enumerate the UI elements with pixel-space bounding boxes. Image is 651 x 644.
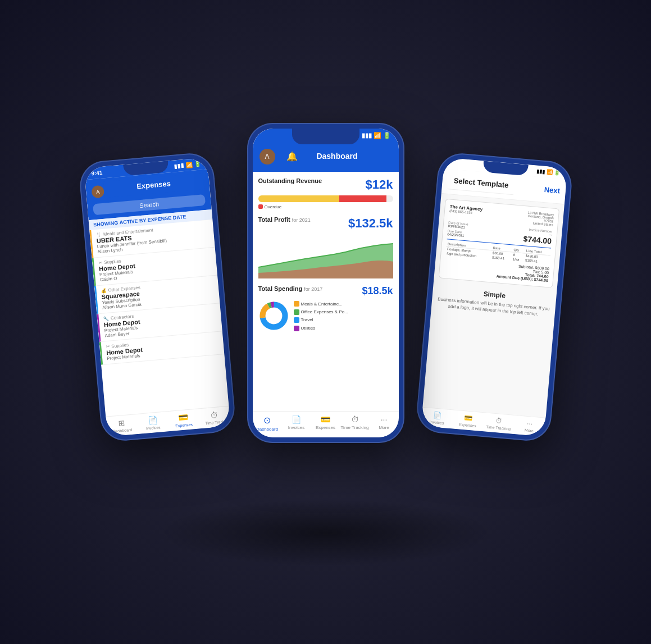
right-nav-more[interactable]: ··· More (513, 418, 545, 433)
left-status-icons: ▮▮▮ 📶 🔋 (174, 161, 201, 169)
legend-office: Office Expenses & Po... (294, 308, 348, 316)
center-nav-more[interactable]: ··· More (370, 415, 399, 432)
left-time: 9:41 (90, 169, 102, 176)
spending-breakdown: Meals & Entertaine... Office Expenses & … (258, 300, 393, 333)
phone-left-content: 9:41 ▮▮▮ 📶 🔋 A Expenses Search (84, 157, 230, 436)
overdue-label: Overdue (258, 204, 393, 209)
shadow (157, 499, 494, 567)
spending-legend: Meals & Entertaine... Office Expenses & … (294, 300, 348, 333)
left-nav-invoices[interactable]: 📄 Invoices (136, 414, 169, 431)
total-spending-amount: $18.5k (362, 285, 393, 297)
phone-left: 9:41 ▮▮▮ 📶 🔋 A Expenses Search (78, 151, 236, 442)
profit-chart (258, 234, 393, 278)
bell-icon[interactable]: 🔔 (286, 151, 298, 162)
left-avatar: A (91, 185, 104, 198)
center-avatar: A (260, 149, 275, 165)
left-nav-timetrack[interactable]: ⏱ Time Track (198, 409, 230, 426)
donut-chart (258, 300, 289, 331)
outstanding-revenue-section: $12k Outstanding Revenue Overdue (258, 177, 393, 209)
total-profit-section: $132.5k Total Profit for 2021 (258, 216, 393, 278)
right-nav-invoices[interactable]: 📄 Invoices (421, 410, 453, 426)
overdue-dot (258, 204, 263, 209)
agency-address: 13 NW BroadwayPortland, Oregon97202Unite… (526, 211, 554, 226)
center-nav-timetracking[interactable]: ⏱ Time Tracking (340, 415, 370, 432)
legend-meals: Meals & Entertaine... (294, 300, 348, 308)
phone-center: ▮▮▮ 📶 🔋 A 🔔 Dashboard $12k (247, 123, 404, 443)
right-status-icons: ▮▮▮ 📶 🔋 (536, 168, 561, 176)
center-header: A 🔔 Dashboard (253, 143, 399, 172)
invoice-preview: The Art Agency (843) 555-1234 13 NW Broa… (438, 198, 559, 287)
scene: 9:41 ▮▮▮ 📶 🔋 A Expenses Search (73, 112, 579, 533)
progress-yellow (258, 195, 339, 202)
total-spending-section: $18.5k Total Spending for 2017 (258, 285, 393, 333)
left-nav-dashboard[interactable]: ⊞ Dashboard (106, 417, 138, 433)
center-nav-dashboard[interactable]: ⊙ Dashboard (253, 415, 282, 432)
left-title: Expenses (103, 173, 204, 198)
phone-right-content: ▮▮▮ 📶 🔋 Select Template Next The Art Age… (421, 157, 567, 436)
progress-red (339, 195, 386, 202)
center-status-icons: ▮▮▮ 📶 🔋 (362, 132, 391, 139)
phone-right: ▮▮▮ 📶 🔋 Select Template Next The Art Age… (415, 151, 573, 442)
right-title: Select Template (447, 172, 515, 195)
dashboard-content: $12k Outstanding Revenue Overdue (253, 172, 399, 411)
center-nav-expenses[interactable]: 💳 Expenses (311, 415, 340, 432)
legend-utilities: Utilities (294, 325, 348, 332)
notch-center (292, 129, 359, 144)
phone-center-inner: ▮▮▮ 📶 🔋 A 🔔 Dashboard $12k (253, 129, 399, 437)
legend-travel: Travel (294, 316, 348, 324)
center-bottom-nav: ⊙ Dashboard 📄 Invoices 💳 Expenses ⏱ Time… (253, 411, 399, 437)
right-nav-expenses[interactable]: 💳 Expenses (452, 413, 484, 428)
center-nav-invoices[interactable]: 📄 Invoices (282, 415, 311, 432)
center-title: Dashboard (309, 147, 364, 166)
left-nav-expenses[interactable]: 💳 Expenses (167, 412, 199, 428)
total-profit-amount: $132.5k (348, 216, 393, 231)
outstanding-progress (258, 195, 393, 202)
phone-right-inner: ▮▮▮ 📶 🔋 Select Template Next The Art Age… (421, 157, 567, 436)
expense-list: 🍴 Meals and Entertainment UBER EATS Lunc… (89, 219, 229, 416)
svg-point-5 (267, 309, 280, 322)
right-nav-timetracking[interactable]: ⏱ Time Tracking (482, 415, 515, 431)
phone-left-inner: 9:41 ▮▮▮ 📶 🔋 A Expenses Search (84, 157, 230, 436)
next-button[interactable]: Next (544, 185, 560, 194)
phone-center-content: ▮▮▮ 📶 🔋 A 🔔 Dashboard $12k (253, 129, 399, 437)
outstanding-revenue-amount: $12k (366, 177, 393, 192)
